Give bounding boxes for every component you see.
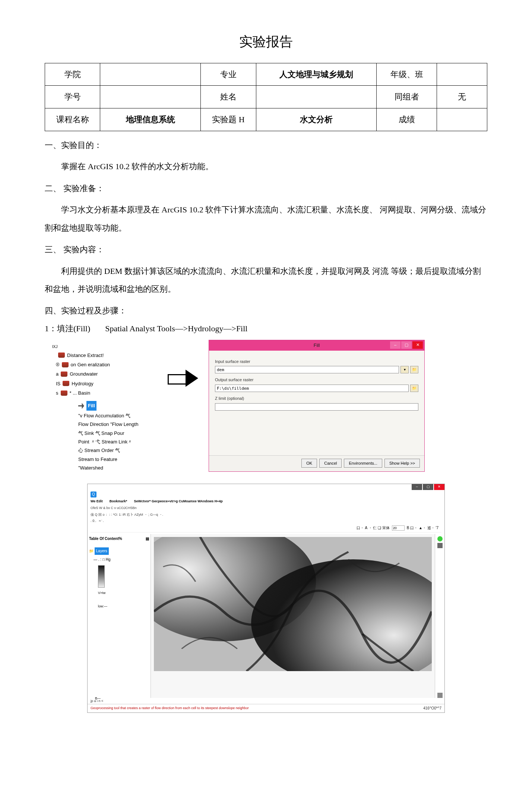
tree-label[interactable]: Groundwater <box>70 370 98 378</box>
tree-label[interactable]: Hydrology <box>72 379 94 388</box>
arcmap-icon: Q <box>91 492 96 497</box>
cell-topic-value: 水文分析 <box>256 108 377 131</box>
toc-title-label: Table Of Content% <box>89 535 122 542</box>
section1-body: 掌握在 ArcGIS 10.2 软件的水文分析功能。 <box>45 158 487 176</box>
environments-button[interactable]: Environments... <box>344 459 382 468</box>
ramp-high-label: V>Iw <box>98 590 149 596</box>
arcmap-window: – ▢ ✕ Q We Edit Bookmark* SeWctvor* Gecp… <box>87 484 445 713</box>
dialog-title: Fill <box>314 341 320 350</box>
fill-dialog: Fill – ▢ ✕ Input surface raster ▾ 📁 Outp… <box>209 340 425 472</box>
toolbox-icon <box>63 381 69 386</box>
tool-item[interactable]: Flow Direction "Flow Length <box>78 420 156 429</box>
tool-item[interactable]: "Watershed <box>78 464 156 472</box>
tool-fill-selected[interactable]: Fill <box>86 401 96 410</box>
hammer-icon <box>78 403 84 409</box>
menu-item[interactable]: We Edit <box>91 498 103 504</box>
tool-item[interactable]: 心 Stream Order 气 <box>78 446 156 455</box>
draw-toolbar-right[interactable]: B 口・ ▲・ 巡・ '7 <box>407 525 438 531</box>
color-ramp <box>98 565 105 588</box>
section3-head: 三、 实验内容： <box>45 242 487 257</box>
output-raster-field[interactable] <box>215 385 409 392</box>
side-toolbar[interactable] <box>435 534 444 698</box>
zlimit-label: Z limit (optional) <box>215 395 418 402</box>
side-tool-icon[interactable] <box>437 543 443 548</box>
showhelp-button[interactable]: Show Help >> <box>384 459 420 468</box>
tree-mark: a <box>56 370 58 378</box>
tool-item[interactable]: "v Flow Accumulation 气 <box>78 411 156 420</box>
dropdown-button[interactable]: ▾ <box>400 366 409 373</box>
ok-button[interactable]: OK <box>301 459 317 468</box>
menu-item[interactable]: SeWctvor* Gecpeoce»vtr>g CuMoamxe WAndow… <box>134 498 222 504</box>
cell-course-value: 地理信息系统 <box>100 108 201 131</box>
table-of-contents[interactable]: Table Of Content% ▤ 📁 Layers ― . : □ Hg … <box>88 534 151 698</box>
cancel-button[interactable]: Cancel <box>319 459 342 468</box>
section2-head: 二、 实验准备： <box>45 181 487 196</box>
status-text: Geoprocessing tool that creates a raster… <box>91 705 249 712</box>
dem-raster <box>154 537 432 671</box>
browse-button[interactable]: 📁 <box>410 385 418 392</box>
tree-label[interactable]: on Gen eralization <box>71 360 110 369</box>
section2-body: 学习水文分析基本原理及在 ArcGIS 10.2 软件下计算水流流向、水流汇积量… <box>45 201 487 237</box>
tree-label[interactable]: Distance Extract! <box>67 351 104 360</box>
b-label: B— <box>95 695 101 701</box>
pain-label: jp a i n < <box>88 698 444 704</box>
ramp-low-label: low:— <box>98 603 149 609</box>
menu-item[interactable]: Bookmark* <box>110 498 127 504</box>
tree-head: IXJ <box>52 344 156 350</box>
minimize-button[interactable]: – <box>390 341 400 349</box>
maximize-button[interactable]: ▢ <box>401 341 412 349</box>
close-button[interactable]: ✕ <box>412 341 423 349</box>
cell-grade-label: 年级、班 <box>377 63 437 86</box>
output-raster-label: Output surface raster <box>215 376 418 384</box>
map-view[interactable] <box>151 534 435 698</box>
zlimit-field[interactable] <box>215 403 418 411</box>
cell-group-value: 无 <box>437 86 487 108</box>
tree-mark: IS <box>56 379 60 388</box>
tool-item[interactable]: Point 〃弋 Stream Link〃 <box>78 437 156 446</box>
tree-label[interactable]: * ... Basin <box>70 389 91 397</box>
toc-layer-item[interactable]: ― . : □ Hg <box>94 556 149 563</box>
draw-toolbar[interactable]: 口・ A ・ 仁 ❑ 宋体 <box>357 525 390 531</box>
screenshot-fill-tool: IXJ Distance Extract! ®on Gen eralizatio… <box>45 340 487 476</box>
side-tool-icon[interactable] <box>437 536 443 541</box>
status-coords: 416^O0*^7 <box>423 705 441 712</box>
dialog-titlebar: Fill – ▢ ✕ <box>209 340 424 351</box>
toolbox-icon <box>62 362 69 367</box>
cell-course-label: 课程名称 <box>45 108 100 131</box>
cell-major-value: 人文地理与城乡规划 <box>256 63 377 86</box>
arrow-icon <box>168 370 201 387</box>
toolbox-icon <box>61 372 67 377</box>
toolbox-tree: IXJ Distance Extract! ®on Gen eralizatio… <box>45 340 156 476</box>
cell-grade-value <box>437 63 487 86</box>
minimize-button[interactable]: – <box>412 484 422 490</box>
step1-tool: Spatial Analyst Tools—>Hydrology—>Fill <box>105 321 247 336</box>
cell-score-value <box>437 108 487 131</box>
cell-sid-label: 学号 <box>45 86 100 108</box>
section3-body: 利用提供的 DEM 数据计算该区域的水流流向、水流汇积量和水流长度，并提取河网及… <box>45 262 487 298</box>
toc-layers[interactable]: Layers <box>95 547 109 555</box>
tree-mark: ® <box>56 360 60 369</box>
input-raster-field[interactable] <box>215 366 399 373</box>
tool-item[interactable]: 气 Sink 气 Snap Pour <box>78 429 156 437</box>
maximize-button[interactable]: ▢ <box>423 484 433 490</box>
browse-button[interactable]: 📁 <box>410 366 418 373</box>
toolbar-row[interactable]: 億 Q 回 o：：: *O: 1: iR 右卜 AZyM ・ ; G—q ・. <box>91 512 441 518</box>
cell-sid-value <box>100 86 201 108</box>
input-raster-label: Input surface raster <box>215 358 418 366</box>
section1-head: 一、实验目的： <box>45 138 487 153</box>
close-button[interactable]: ✕ <box>434 484 444 490</box>
info-table: 学院 专业 人文地理与城乡规划 年级、班 学号 姓名 同组者 无 课程名称 地理… <box>45 63 487 131</box>
section4-head: 四、实验过程及步骤： <box>45 303 487 318</box>
cell-group-label: 同组者 <box>377 86 437 108</box>
toolbox-icon <box>61 391 67 396</box>
cell-college-value <box>100 63 201 86</box>
toc-tool-icon[interactable]: ▤ <box>146 535 149 542</box>
cell-topic-label: 实验题 H <box>201 108 256 131</box>
font-size-input[interactable] <box>392 525 405 531</box>
step1-label: 1：填洼(Fill) <box>45 321 90 336</box>
tool-item[interactable]: Stream to Feature <box>78 455 156 464</box>
cell-major-label: 专业 <box>201 63 256 86</box>
cell-name-value <box>256 86 377 108</box>
side-tool-icon[interactable] <box>437 693 443 698</box>
cell-name-label: 姓名 <box>201 86 256 108</box>
